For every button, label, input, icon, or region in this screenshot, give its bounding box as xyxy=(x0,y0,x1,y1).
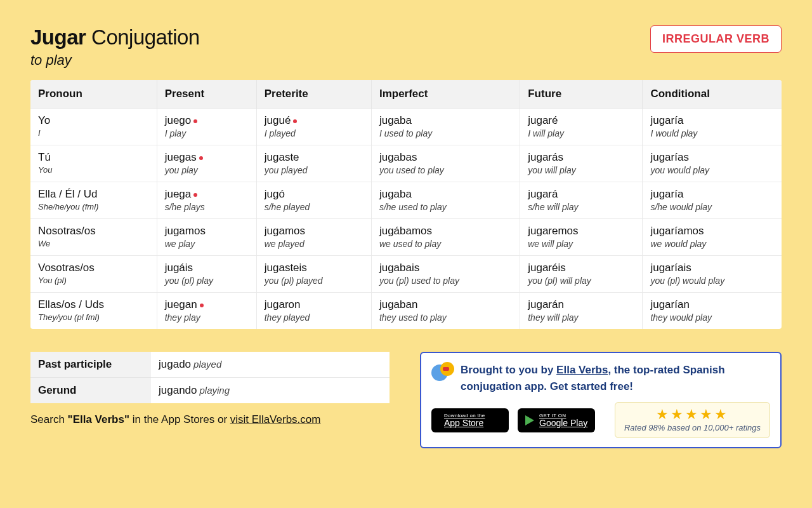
conjugation-cell: juegasyou play xyxy=(157,145,256,182)
conjugation-cell: jugamoswe played xyxy=(256,219,371,256)
table-row: TúYoujuegasyou playjugasteyou playedjuga… xyxy=(30,145,782,182)
conjugation-cell: jugaríasyou would play xyxy=(643,145,782,182)
conjugation-cell: jugaríanthey would play xyxy=(643,293,782,330)
app-store-button[interactable]: Download on theApp Store xyxy=(431,408,509,432)
promo-link[interactable]: Ella Verbs xyxy=(556,364,608,376)
conjugation-cell: jugaríaisyou (pl) would play xyxy=(643,256,782,293)
header: Jugar Conjugation to play IRREGULAR VERB xyxy=(30,25,782,69)
irregular-dot-icon xyxy=(199,156,203,160)
conjugation-cell: jugabaI used to play xyxy=(371,109,520,145)
conjugation-cell: jugarías/he would play xyxy=(643,182,782,219)
promo-text: Brought to you by Ella Verbs, the top-ra… xyxy=(461,362,770,394)
conjugation-cell: jueganthey play xyxy=(157,293,256,330)
conjugation-cell: jugamoswe play xyxy=(157,219,256,256)
page-title: Jugar Conjugation xyxy=(30,25,200,50)
table-row: YoIjuegoI playjuguéI playedjugabaI used … xyxy=(30,109,782,145)
irregular-dot-icon xyxy=(193,119,197,123)
forms-column: Past participle jugadoplayed Gerund juga… xyxy=(30,352,390,426)
conjugation-cell: jugarásyou will play xyxy=(520,145,643,182)
irregular-dot-icon xyxy=(200,304,204,307)
verb-translation: to play xyxy=(30,52,200,69)
pronoun-cell: Nosotras/osWe xyxy=(30,219,157,256)
pronoun-cell: Ellas/os / UdsThey/you (pl fml) xyxy=(30,293,157,330)
rating-box: ★★★★★ Rated 98% based on 10,000+ ratings xyxy=(615,402,770,438)
forms-table: Past participle jugadoplayed Gerund juga… xyxy=(30,352,390,403)
stars-icon: ★★★★★ xyxy=(624,406,761,423)
conjugation-table: PronounPresentPreteriteImperfectFutureCo… xyxy=(30,80,782,329)
column-header: Future xyxy=(520,80,643,109)
conjugation-cell: jugáisyou (pl) play xyxy=(157,256,256,293)
past-participle-value: jugadoplayed xyxy=(151,352,390,378)
conjugation-cell: juguéI played xyxy=(256,109,371,145)
promo-app-icon xyxy=(431,362,453,384)
conjugation-cell: jugaránthey will play xyxy=(520,293,643,330)
conjugation-cell: jugarás/he will play xyxy=(520,182,643,219)
conjugation-cell: jugábamoswe used to play xyxy=(371,219,520,256)
irregular-dot-icon xyxy=(193,193,197,197)
lower-section: Past participle jugadoplayed Gerund juga… xyxy=(30,352,782,448)
conjugation-cell: jugabanthey used to play xyxy=(371,293,520,330)
search-hint: Search "Ella Verbs" in the App Stores or… xyxy=(30,413,390,426)
conjugation-cell: jugaremoswe will play xyxy=(520,219,643,256)
table-row: Ellas/os / UdsThey/you (pl fml)jueganthe… xyxy=(30,293,782,330)
column-header: Imperfect xyxy=(371,80,520,109)
conjugation-cell: jugabaisyou (pl) used to play xyxy=(371,256,520,293)
table-row: Nosotras/osWejugamoswe playjugamoswe pla… xyxy=(30,219,782,256)
pronoun-cell: Ella / Él / UdShe/he/you (fml) xyxy=(30,182,157,219)
title-block: Jugar Conjugation to play xyxy=(30,25,200,69)
column-header: Conditional xyxy=(643,80,782,109)
past-participle-label: Past participle xyxy=(30,352,151,378)
conjugation-cell: jugaréisyou (pl) will play xyxy=(520,256,643,293)
visit-link[interactable]: visit EllaVerbs.com xyxy=(230,413,321,425)
conjugation-cell: jugaronthey played xyxy=(256,293,371,330)
google-play-button[interactable]: GET IT ONGoogle Play xyxy=(518,408,595,432)
conjugation-cell: jugaríaI would play xyxy=(643,109,782,145)
pronoun-cell: TúYou xyxy=(30,145,157,182)
table-row: Vosotras/osYou (pl)jugáisyou (pl) playju… xyxy=(30,256,782,293)
conjugation-cell: jugabasyou used to play xyxy=(371,145,520,182)
conjugation-cell: jugasteyou played xyxy=(256,145,371,182)
gerund-label: Gerund xyxy=(30,378,151,404)
pronoun-cell: YoI xyxy=(30,109,157,145)
conjugation-cell: jugasteisyou (pl) played xyxy=(256,256,371,293)
irregular-dot-icon xyxy=(293,119,297,123)
conjugation-cell: jugaréI will play xyxy=(520,109,643,145)
column-header: Pronoun xyxy=(30,80,157,109)
promo-box: Brought to you by Ella Verbs, the top-ra… xyxy=(420,352,782,448)
gerund-value: jugandoplaying xyxy=(151,378,390,404)
column-header: Present xyxy=(157,80,256,109)
conjugation-cell: jugabas/he used to play xyxy=(371,182,520,219)
conjugation-cell: juegoI play xyxy=(157,109,256,145)
irregular-badge: IRREGULAR VERB xyxy=(650,25,782,53)
conjugation-cell: jugaríamoswe would play xyxy=(643,219,782,256)
pronoun-cell: Vosotras/osYou (pl) xyxy=(30,256,157,293)
table-row: Ella / Él / UdShe/he/you (fml)juegas/he … xyxy=(30,182,782,219)
column-header: Preterite xyxy=(256,80,371,109)
conjugation-cell: juegas/he plays xyxy=(157,182,256,219)
play-icon xyxy=(525,415,534,425)
conjugation-cell: jugós/he played xyxy=(256,182,371,219)
